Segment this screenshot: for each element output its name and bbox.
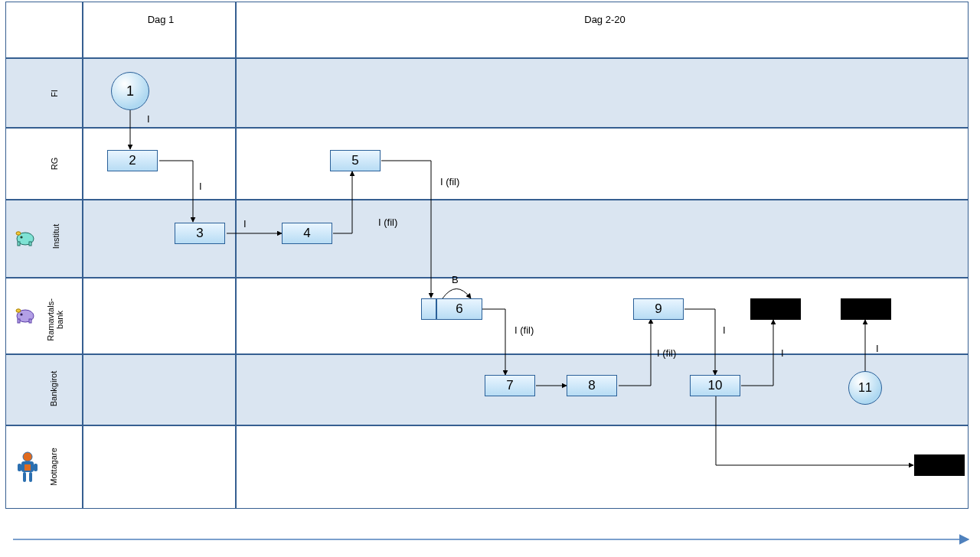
- node-2: 2: [107, 150, 158, 171]
- svg-rect-12: [24, 464, 31, 471]
- lane-label-ramavtal: Ramavtals- bank: [46, 282, 64, 358]
- column-header-dag1: Dag 1: [138, 14, 184, 25]
- svg-rect-14: [34, 464, 38, 471]
- node-black-2: [841, 298, 891, 320]
- svg-rect-7: [18, 319, 20, 323]
- edge-label-5-6: I (fil): [440, 176, 459, 187]
- lane-label-fi: FI: [50, 82, 59, 105]
- edge-label-11-b2: I: [876, 343, 879, 354]
- lane-label-rg: RG: [50, 152, 59, 175]
- node-10: 10: [690, 375, 740, 396]
- node-9: 9: [633, 298, 684, 320]
- node-11: 11: [848, 371, 882, 405]
- piggybank-icon: [14, 227, 37, 247]
- edge-label-6-7: I (fil): [514, 324, 534, 336]
- node-3: 3: [175, 223, 225, 244]
- piggybank-purple-icon: [14, 305, 37, 324]
- node-black-3: [914, 454, 965, 476]
- svg-point-6: [20, 313, 22, 315]
- svg-point-4: [16, 232, 21, 235]
- svg-rect-2: [18, 242, 20, 246]
- node-5: 5: [330, 150, 381, 171]
- edge-label-3-4: I: [243, 218, 247, 230]
- node-6-prefix: [421, 298, 436, 320]
- person-icon: [17, 451, 38, 485]
- node-black-1: [750, 298, 801, 320]
- edge-label-9-10: I: [723, 324, 726, 336]
- edge-label-1-2: I: [147, 113, 150, 125]
- node-4: 4: [282, 223, 332, 244]
- svg-rect-3: [29, 242, 31, 246]
- swimlane-diagram: { "columns": { "c1": "Dag 1", "c2": "Dag…: [0, 0, 980, 557]
- edge-label-10-b1: I: [781, 347, 784, 359]
- edge-label-8-9: I (fil): [657, 347, 676, 359]
- lane-label-institut: Institut: [51, 217, 60, 256]
- column-header-dag2: Dag 2-20: [574, 14, 635, 25]
- edge-label-2-3: I: [199, 181, 202, 192]
- svg-rect-16: [29, 472, 32, 482]
- svg-point-1: [20, 236, 22, 238]
- lane-label-mottagare: Mottagare: [49, 444, 58, 490]
- svg-rect-15: [23, 472, 26, 482]
- node-6: 6: [436, 298, 482, 320]
- svg-rect-8: [29, 319, 31, 323]
- node-8: 8: [567, 375, 617, 396]
- lane-label-bankgirot: Bankgirot: [49, 366, 58, 412]
- node-7: 7: [485, 375, 535, 396]
- svg-point-9: [16, 309, 21, 312]
- node-1: 1: [111, 72, 149, 110]
- svg-rect-13: [18, 464, 21, 471]
- edge-label-6-6: B: [452, 274, 459, 285]
- edge-label-4-5: I (fil): [378, 217, 397, 228]
- svg-point-10: [23, 452, 32, 461]
